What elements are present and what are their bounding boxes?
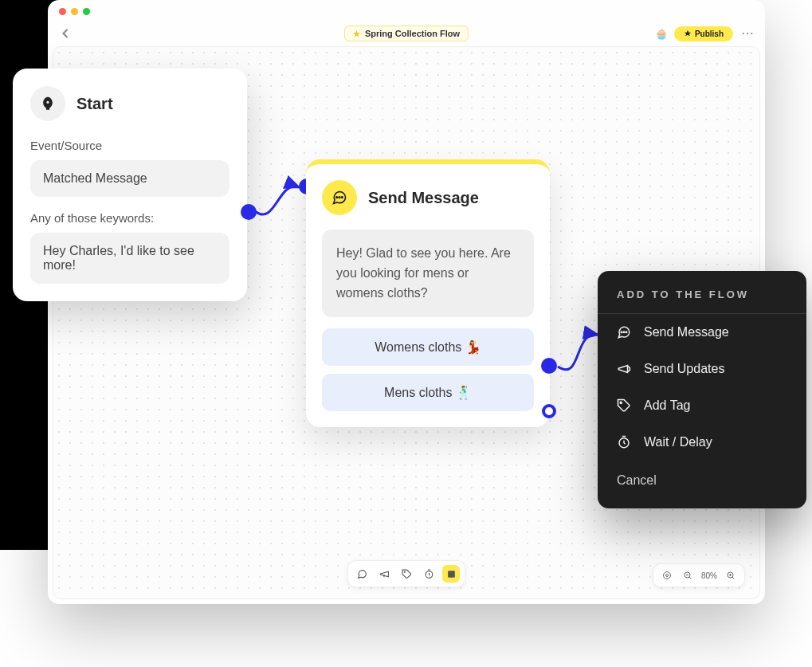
menu-item-label: Send Message [644, 325, 729, 339]
publish-label: Publish [695, 29, 724, 38]
more-menu-button[interactable]: ⋯ [739, 27, 755, 40]
connector-out-dot[interactable] [241, 204, 257, 220]
zoom-level: 80% [701, 571, 717, 580]
top-bar: ★ Spring Collection Flow 🧁 Publish ⋯ [48, 22, 765, 45]
svg-point-0 [404, 571, 405, 572]
keywords-value[interactable]: Hey Charles, I'd like to see more! [30, 233, 229, 284]
svg-point-16 [623, 332, 625, 333]
svg-point-13 [339, 197, 340, 198]
menu-item-label: Wait / Delay [644, 435, 712, 449]
start-node-card[interactable]: Start Event/Source Matched Message Any o… [13, 69, 247, 301]
menu-cancel-button[interactable]: Cancel [598, 461, 806, 502]
back-button[interactable] [57, 26, 73, 41]
menu-item-label: Add Tag [644, 398, 690, 413]
tool-timer-icon[interactable] [420, 565, 437, 583]
svg-point-12 [336, 197, 338, 198]
message-text[interactable]: Hey! Glad to see you here. Are you looki… [322, 230, 534, 317]
window-traffic-lights [59, 8, 90, 15]
svg-point-17 [626, 332, 627, 333]
flow-title: Spring Collection Flow [365, 29, 460, 38]
menu-item-wait-delay[interactable]: Wait / Delay [598, 424, 806, 461]
zoom-in-icon[interactable] [724, 568, 738, 583]
svg-point-3 [665, 575, 668, 577]
connector-empty-dot[interactable] [542, 404, 556, 418]
connector-out-dot[interactable] [541, 358, 557, 374]
menu-item-send-updates[interactable]: Send Updates [598, 351, 806, 387]
publish-button[interactable]: Publish [674, 26, 733, 41]
svg-point-4 [663, 572, 670, 579]
menu-item-send-message[interactable]: Send Message [598, 314, 806, 351]
keywords-label: Any of those keywords: [30, 211, 229, 225]
tool-megaphone-icon[interactable] [375, 565, 393, 583]
node-type-toolbar [347, 560, 465, 587]
event-source-label: Event/Source [30, 139, 229, 152]
send-message-node-card[interactable]: Send Message Hey! Glad to see you here. … [306, 159, 550, 427]
tool-note-icon[interactable] [442, 565, 460, 583]
rocket-icon [30, 86, 65, 121]
tool-chat-icon[interactable] [353, 565, 371, 583]
menu-item-add-tag[interactable]: Add Tag [598, 387, 806, 424]
menu-title: ADD TO THE FLOW [598, 271, 806, 314]
zoom-out-icon[interactable] [681, 568, 695, 583]
star-icon: ★ [353, 29, 360, 38]
menu-item-label: Send Updates [644, 362, 724, 376]
svg-point-18 [620, 402, 622, 403]
send-card-title: Send Message [368, 189, 479, 207]
chat-icon [322, 180, 357, 215]
svg-line-11 [732, 577, 735, 579]
choice-womens-button[interactable]: Womens cloths 💃 [322, 328, 534, 366]
add-to-flow-menu: ADD TO THE FLOW Send Message Send Update… [598, 271, 806, 508]
event-source-value[interactable]: Matched Message [30, 160, 229, 197]
flow-title-chip[interactable]: ★ Spring Collection Flow [344, 26, 469, 41]
zoom-fit-icon[interactable] [660, 568, 674, 583]
choice-mens-button[interactable]: Mens cloths 🕺 [322, 374, 534, 411]
cake-icon[interactable]: 🧁 [655, 28, 668, 40]
start-card-title: Start [76, 95, 113, 113]
svg-line-7 [689, 577, 692, 579]
zoom-toolbar: 80% [653, 563, 745, 587]
svg-rect-2 [448, 571, 455, 578]
tool-tag-icon[interactable] [398, 565, 415, 583]
svg-point-15 [621, 332, 622, 333]
svg-point-14 [342, 197, 343, 198]
